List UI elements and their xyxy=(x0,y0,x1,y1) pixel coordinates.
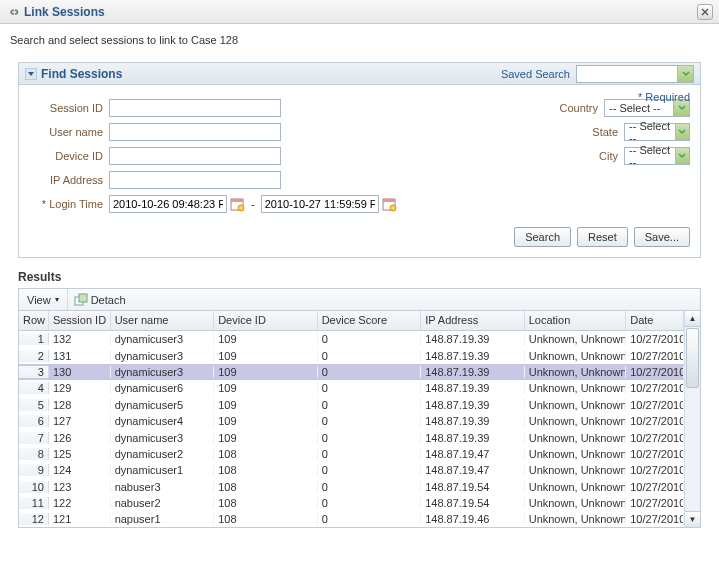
saved-search-combo[interactable] xyxy=(576,65,694,83)
results-toolbar: View▾ Detach xyxy=(18,288,701,310)
cell: nabuser3 xyxy=(111,481,215,493)
calendar-icon[interactable] xyxy=(381,196,397,212)
col-location[interactable]: Location xyxy=(525,311,627,330)
table-row[interactable]: 6127dynamicuser41090148.87.19.39Unknown,… xyxy=(19,413,684,429)
link-icon xyxy=(6,5,20,19)
table-row[interactable]: 8125dynamicuser21080148.87.19.47Unknown,… xyxy=(19,446,684,462)
detach-button[interactable]: Detach xyxy=(68,289,132,310)
login-to-input[interactable] xyxy=(261,195,379,213)
cell: 0 xyxy=(318,382,422,394)
cell: 130 xyxy=(49,366,111,378)
cell: Unknown, Unknown, xyxy=(525,513,627,525)
table-row[interactable]: 10123nabuser31080148.87.19.54Unknown, Un… xyxy=(19,479,684,495)
cell: 5 xyxy=(19,399,49,411)
cell: napuser1 xyxy=(111,513,215,525)
cell: 108 xyxy=(214,513,318,525)
chevron-down-icon xyxy=(675,124,689,140)
cell: 148.87.19.39 xyxy=(421,399,525,411)
table-row[interactable]: 1132dynamicuser31090148.87.19.39Unknown,… xyxy=(19,331,684,347)
cell: 109 xyxy=(214,350,318,362)
login-from-input[interactable] xyxy=(109,195,227,213)
cell: 10/27/2010 xyxy=(626,366,684,378)
svg-rect-5 xyxy=(383,199,395,202)
table-row[interactable]: 5128dynamicuser51090148.87.19.39Unknown,… xyxy=(19,397,684,413)
label-device-id: Device ID xyxy=(29,150,103,162)
cell: 3 xyxy=(19,366,49,378)
cell: 0 xyxy=(318,448,422,460)
range-separator: - xyxy=(251,198,255,210)
label-ip-address: IP Address xyxy=(29,174,103,186)
chevron-down-icon: ▾ xyxy=(55,295,59,304)
table-row[interactable]: 12121napuser11080148.87.19.46Unknown, Un… xyxy=(19,511,684,527)
svg-point-6 xyxy=(390,205,396,211)
cell: 10/27/2010 xyxy=(626,448,684,460)
cell: Unknown, Unknown, xyxy=(525,382,627,394)
scroll-up-icon[interactable]: ▲ xyxy=(685,311,700,327)
col-session-id[interactable]: Session ID xyxy=(49,311,111,330)
search-button[interactable]: Search xyxy=(514,227,571,247)
cell: Unknown, Unknown, xyxy=(525,464,627,476)
city-select[interactable]: -- Select -- xyxy=(624,147,690,165)
cell: 10 xyxy=(19,481,49,493)
cell: 2 xyxy=(19,350,49,362)
session-id-input[interactable] xyxy=(109,99,281,117)
cell: Unknown, Unknown, xyxy=(525,333,627,345)
cell: Unknown, Unknown, xyxy=(525,399,627,411)
cell: 109 xyxy=(214,333,318,345)
user-name-input[interactable] xyxy=(109,123,281,141)
cell: 123 xyxy=(49,481,111,493)
table-row[interactable]: 3130dynamicuser31090148.87.19.39Unknown,… xyxy=(19,364,684,380)
cell: 109 xyxy=(214,432,318,444)
table-row[interactable]: 9124dynamicuser11080148.87.19.47Unknown,… xyxy=(19,462,684,478)
col-user-name[interactable]: User name xyxy=(111,311,215,330)
vertical-scrollbar[interactable]: ▲ ▼ xyxy=(684,311,700,527)
dialog-title: Link Sessions xyxy=(24,5,697,19)
cell: 10/27/2010 xyxy=(626,481,684,493)
view-menu[interactable]: View▾ xyxy=(19,289,68,310)
ip-address-input[interactable] xyxy=(109,171,281,189)
cell: Unknown, Unknown, xyxy=(525,366,627,378)
cell: 7 xyxy=(19,432,49,444)
label-country: Country xyxy=(540,102,598,114)
cell: 10/27/2010 xyxy=(626,432,684,444)
scroll-down-icon[interactable]: ▼ xyxy=(685,511,700,527)
cell: dynamicuser4 xyxy=(111,415,215,427)
table-row[interactable]: 2131dynamicuser31090148.87.19.39Unknown,… xyxy=(19,347,684,363)
calendar-icon[interactable] xyxy=(229,196,245,212)
col-ip-address[interactable]: IP Address xyxy=(421,311,525,330)
table-row[interactable]: 11122nabuser21080148.87.19.54Unknown, Un… xyxy=(19,495,684,511)
cell: 0 xyxy=(318,366,422,378)
cell: 131 xyxy=(49,350,111,362)
col-device-id[interactable]: Device ID xyxy=(214,311,318,330)
save-button[interactable]: Save... xyxy=(634,227,690,247)
cell: 0 xyxy=(318,513,422,525)
country-value: -- Select -- xyxy=(609,102,660,114)
cell: 148.87.19.54 xyxy=(421,497,525,509)
col-date[interactable]: Date xyxy=(626,311,684,330)
state-select[interactable]: -- Select -- xyxy=(624,123,690,141)
scroll-thumb[interactable] xyxy=(686,328,699,388)
cell: 10/27/2010 xyxy=(626,399,684,411)
view-label: View xyxy=(27,294,51,306)
device-id-input[interactable] xyxy=(109,147,281,165)
cell: 0 xyxy=(318,350,422,362)
cell: 9 xyxy=(19,464,49,476)
cell: 129 xyxy=(49,382,111,394)
cell: 148.87.19.54 xyxy=(421,481,525,493)
cell: dynamicuser3 xyxy=(111,432,215,444)
cell: dynamicuser3 xyxy=(111,350,215,362)
cell: 12 xyxy=(19,513,49,525)
cell: 148.87.19.39 xyxy=(421,366,525,378)
required-label: Required xyxy=(645,91,690,103)
close-icon[interactable] xyxy=(697,4,713,20)
cell: 0 xyxy=(318,464,422,476)
table-row[interactable]: 7126dynamicuser31090148.87.19.39Unknown,… xyxy=(19,429,684,445)
col-row[interactable]: Row xyxy=(19,311,49,330)
reset-button[interactable]: Reset xyxy=(577,227,628,247)
table-row[interactable]: 4129dynamicuser61090148.87.19.39Unknown,… xyxy=(19,380,684,396)
disclose-icon[interactable] xyxy=(25,68,37,80)
cell: 10/27/2010 xyxy=(626,333,684,345)
results-title: Results xyxy=(18,270,719,284)
col-device-score[interactable]: Device Score xyxy=(318,311,422,330)
cell: 0 xyxy=(318,481,422,493)
